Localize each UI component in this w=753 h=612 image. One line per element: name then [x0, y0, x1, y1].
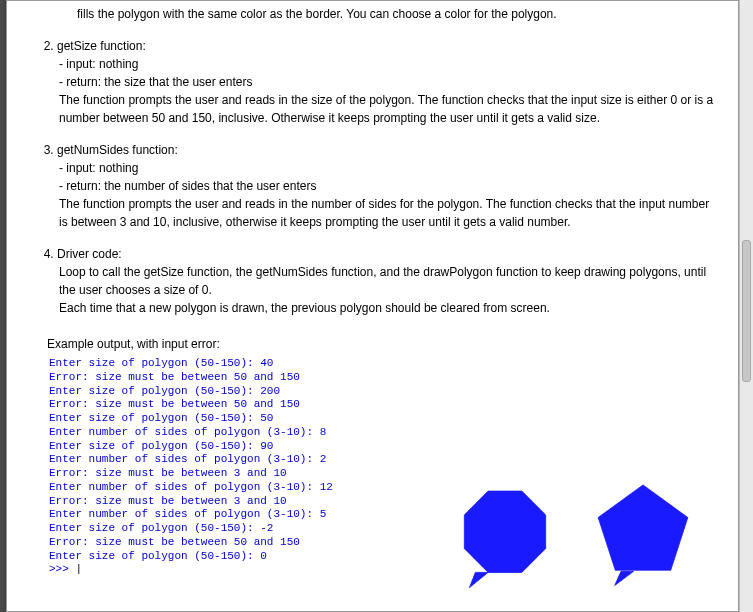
numbered-list: getSize function: - input: nothing - ret…: [57, 37, 718, 317]
polygon-figures: [450, 481, 698, 591]
intro-paragraph-fragment: fills the polygon with the same color as…: [77, 5, 718, 23]
terminal-line: Enter size of polygon (50-150): 90: [49, 440, 409, 454]
terminal-line: Error: size must be between 3 and 10: [49, 495, 409, 509]
pentagon-shape: [588, 481, 698, 591]
terminal-line: Enter size of polygon (50-150): 0: [49, 550, 409, 564]
octagon-shape: [450, 481, 560, 591]
terminal-line: Enter size of polygon (50-150): 200: [49, 385, 409, 399]
pentagon-polygon: [598, 485, 688, 570]
terminal-line: Enter size of polygon (50-150): 50: [49, 412, 409, 426]
driver-body2: Each time that a new polygon is drawn, t…: [59, 299, 718, 317]
document-page: fills the polygon with the same color as…: [6, 0, 739, 612]
list-item-getnumsides: getNumSides function: - input: nothing -…: [57, 141, 718, 231]
terminal-line: Error: size must be between 50 and 150: [49, 398, 409, 412]
getsize-input: - input: nothing: [59, 55, 718, 73]
getsize-body: The function prompts the user and reads …: [59, 91, 718, 127]
terminal-prompt: >>> |: [49, 563, 409, 577]
scrollbar-thumb[interactable]: [742, 240, 751, 382]
terminal-line: Enter number of sides of polygon (3-10):…: [49, 481, 409, 495]
terminal-output: Enter size of polygon (50-150): 40Error:…: [49, 357, 409, 577]
terminal-line: Error: size must be between 3 and 10: [49, 467, 409, 481]
getnumsides-return: - return: the number of sides that the u…: [59, 177, 718, 195]
octagon-tail: [469, 572, 488, 587]
example-caption: Example output, with input error:: [47, 335, 718, 353]
terminal-line: Error: size must be between 50 and 150: [49, 536, 409, 550]
list-item-driver: Driver code: Loop to call the getSize fu…: [57, 245, 718, 317]
octagon-polygon: [464, 491, 545, 572]
driver-body1: Loop to call the getSize function, the g…: [59, 263, 718, 299]
getnumsides-body: The function prompts the user and reads …: [59, 195, 718, 231]
driver-title: Driver code:: [57, 247, 122, 261]
list-item-getsize: getSize function: - input: nothing - ret…: [57, 37, 718, 127]
getsize-return: - return: the size that the user enters: [59, 73, 718, 91]
terminal-line: Error: size must be between 50 and 150: [49, 371, 409, 385]
terminal-line: Enter size of polygon (50-150): -2: [49, 522, 409, 536]
getnumsides-input: - input: nothing: [59, 159, 718, 177]
terminal-line: Enter number of sides of polygon (3-10):…: [49, 426, 409, 440]
vertical-scrollbar[interactable]: [739, 0, 753, 612]
terminal-line: Enter number of sides of polygon (3-10):…: [49, 508, 409, 522]
getnumsides-title: getNumSides function:: [57, 143, 178, 157]
document-viewport: fills the polygon with the same color as…: [0, 0, 753, 612]
getsize-title: getSize function:: [57, 39, 146, 53]
terminal-line: Enter size of polygon (50-150): 40: [49, 357, 409, 371]
terminal-line: Enter number of sides of polygon (3-10):…: [49, 453, 409, 467]
pentagon-tail: [615, 571, 634, 585]
